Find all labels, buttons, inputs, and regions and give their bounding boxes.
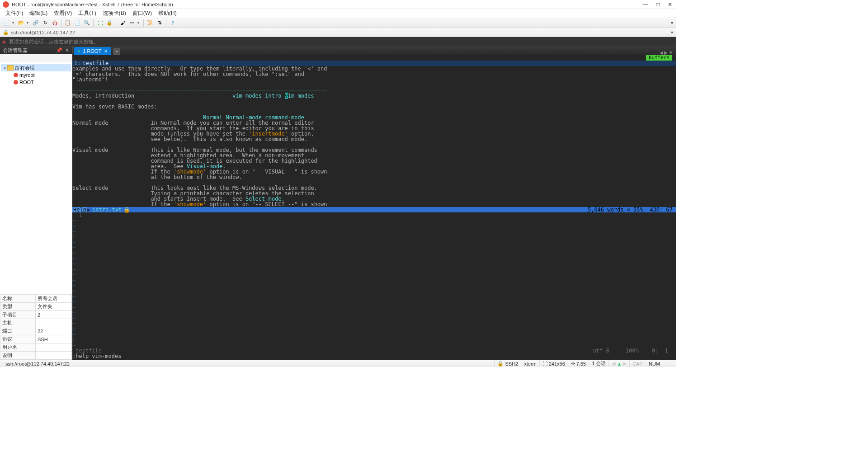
term-tilde: ~: [72, 229, 676, 234]
size-icon: ⛶: [542, 361, 547, 367]
new-session-icon[interactable]: 📄: [3, 19, 11, 27]
cursor-icon: ✢: [571, 361, 575, 367]
resize-grip-icon[interactable]: ⋰: [663, 360, 673, 367]
term-line: Vim has seven BASIC modes:: [72, 104, 676, 109]
hint-bar: ▶ 要添加当前会话，点击左侧的箭头按钮。: [0, 37, 676, 46]
tree-item-root[interactable]: ROOT: [1, 79, 71, 86]
session-properties: 名称所有会话 类型文件夹 子项目2 主机 端口22 协议SSH 用户名 说明: [0, 294, 72, 360]
script-icon[interactable]: 📜: [146, 19, 154, 27]
term-tilde: ~: [72, 272, 676, 277]
sidebar-title: 会话管理器: [3, 47, 28, 54]
close-icon[interactable]: ✕: [65, 47, 69, 53]
separator: [166, 19, 166, 27]
status-dot-icon: ●: [78, 49, 80, 53]
tree-root[interactable]: ▪ 所有会话: [1, 64, 71, 71]
tab-root[interactable]: ● 1 ROOT ✕: [74, 47, 111, 55]
color-icon[interactable]: 🖌: [118, 19, 127, 27]
term-tilde: ~: [72, 310, 676, 315]
tab-label: 1 ROOT: [83, 48, 101, 54]
term-line: at the bottom of the window.: [72, 174, 676, 180]
session-tree[interactable]: ▪ 所有会话 myroot ROOT: [0, 62, 72, 294]
term-tilde: ~: [72, 240, 676, 245]
open-icon[interactable]: 📂: [17, 19, 25, 27]
disconnect-icon[interactable]: ⏻: [51, 19, 59, 27]
maximize-button[interactable]: □: [656, 1, 660, 8]
add-session-icon[interactable]: ▶: [3, 39, 6, 45]
term-line: see below). This is also known as comman…: [72, 136, 676, 142]
menu-tabs[interactable]: 选项卡(B): [100, 9, 129, 18]
prop-row: 说明: [0, 352, 72, 360]
term-tilde: ~: [72, 294, 676, 299]
minimize-button[interactable]: —: [643, 1, 648, 8]
help-icon[interactable]: ?: [169, 19, 177, 27]
prop-row: 名称所有会话: [0, 295, 72, 303]
folder-icon: [7, 65, 14, 70]
close-button[interactable]: ✕: [668, 1, 672, 8]
address-url: ssh://root@112.74.40.147:22: [11, 30, 671, 35]
term-tilde: ~: [72, 288, 676, 294]
term-tilde: ~: [72, 337, 676, 343]
tab-close-icon[interactable]: ✕: [104, 49, 108, 54]
term-tilde: ~: [72, 223, 676, 229]
prop-row: 端口22: [0, 327, 72, 335]
separator: [143, 19, 144, 27]
term-line: 1: [72, 212, 676, 218]
separator: [93, 19, 94, 27]
term-tilde: ~: [72, 326, 676, 332]
dropdown-icon[interactable]: ▾: [137, 21, 141, 25]
term-tilde: ~: [72, 250, 676, 256]
dropdown-icon[interactable]: ▾: [27, 21, 30, 25]
lock-icon: 🔒: [3, 29, 9, 35]
file-statusline: testfileutf-8 100% 0: 1: [72, 348, 676, 353]
reconnect-icon[interactable]: ↻: [41, 19, 49, 27]
vim-command-line[interactable]: :help vim-modes: [72, 353, 676, 359]
address-bar[interactable]: 🔒 ssh://root@112.74.40.147:22 ▾: [0, 28, 676, 37]
menu-tools[interactable]: 工具(T): [75, 9, 99, 18]
term-line: ":autocmd"!: [72, 77, 676, 82]
copy-icon[interactable]: 📋: [64, 19, 72, 27]
pin-icon[interactable]: 📌: [56, 47, 62, 53]
paste-icon[interactable]: 📄: [73, 19, 81, 27]
separator: [116, 19, 116, 27]
chevron-left-icon: ◀: [660, 50, 663, 55]
term-line: '>' characters. This does NOT work for o…: [72, 71, 676, 77]
term-tilde: ~: [72, 283, 676, 288]
term-line: Modes, introduction vim-modes-intro vim-…: [72, 93, 676, 99]
up-arrow-icon: ▲: [617, 361, 622, 367]
menu-help[interactable]: 帮助(H): [156, 9, 179, 18]
session-icon: [14, 80, 18, 85]
term-tilde: ~: [72, 218, 676, 223]
session-icon: [14, 73, 18, 77]
dropdown-icon[interactable]: ▾: [12, 21, 16, 25]
menu-window[interactable]: 窗口(W): [130, 9, 155, 18]
toolbar-overflow-icon[interactable]: ▾: [671, 20, 673, 25]
lock-icon[interactable]: 🔒: [105, 19, 113, 27]
tab-nav[interactable]: ◀▶▼: [660, 50, 673, 55]
tree-item-myroot[interactable]: myroot: [1, 71, 71, 79]
status-term: xterm: [521, 360, 539, 367]
menu-bar: 文件(F) 编辑(E) 查看(V) 工具(T) 选项卡(B) 窗口(W) 帮助(…: [0, 9, 676, 18]
address-dropdown-icon[interactable]: ▾: [671, 30, 673, 35]
chevron-down-icon: ▼: [669, 50, 673, 55]
term-tilde: ~: [72, 256, 676, 261]
prop-row: 子项目2: [0, 311, 72, 319]
term-tilde: ~: [72, 321, 676, 326]
fullscreen-icon[interactable]: ⛶: [96, 19, 104, 27]
status-cap: CAP: [629, 360, 646, 367]
collapse-icon[interactable]: ▪: [3, 65, 7, 70]
highlight-icon[interactable]: ✏: [128, 19, 136, 27]
menu-file[interactable]: 文件(F): [3, 9, 26, 18]
window-title: ROOT - root@mylessonMachine:~/test - Xsh…: [12, 2, 643, 7]
new-tab-button[interactable]: +: [113, 48, 120, 55]
term-line: [72, 99, 676, 104]
menu-view[interactable]: 查看(V): [51, 9, 75, 18]
toolbar: 📄▾ 📂▾ 🔗 ↻ ⏻ 📋 📄 🔍 ⛶ 🔒 🖌 ✏▾ 📜 ⇅ ? ▾: [0, 18, 676, 28]
term-tilde: ~: [72, 315, 676, 321]
terminal[interactable]: 1: testfilebuffersexamples and use them …: [72, 55, 676, 360]
status-cursor: ✢ 7,65: [568, 360, 589, 367]
help-statusline: Help▶intro.txt 🔒 5,046 words < 55% 430: …: [72, 207, 676, 212]
connect-icon[interactable]: 🔗: [32, 19, 40, 27]
find-icon[interactable]: 🔍: [83, 19, 91, 27]
transfer-icon[interactable]: ⇅: [156, 19, 164, 27]
menu-edit[interactable]: 编辑(E): [27, 9, 50, 18]
